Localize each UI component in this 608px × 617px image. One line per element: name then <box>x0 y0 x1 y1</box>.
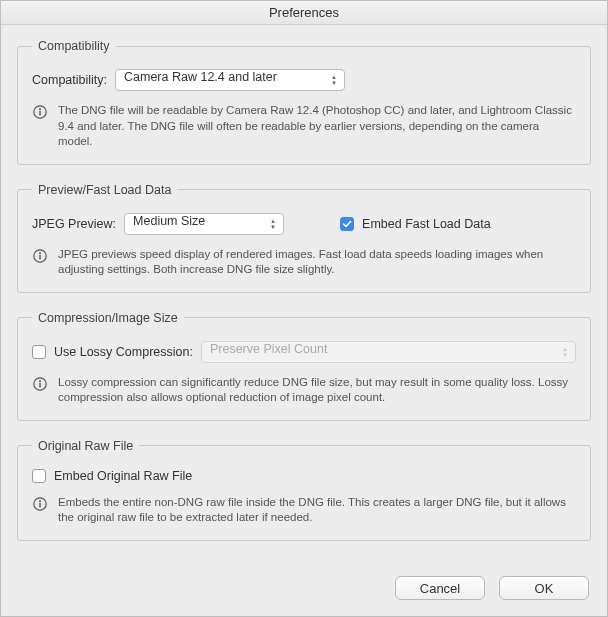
svg-rect-11 <box>39 502 40 507</box>
compatibility-select[interactable]: Camera Raw 12.4 and later <box>115 69 345 91</box>
lossy-compression-checkbox[interactable] <box>32 345 46 359</box>
lossy-compression-label: Use Lossy Compression: <box>54 345 193 359</box>
jpeg-preview-label: JPEG Preview: <box>32 217 116 231</box>
compression-group: Compression/Image Size Use Lossy Compres… <box>17 311 591 421</box>
svg-point-7 <box>39 380 41 382</box>
original-raw-info-text: Embeds the entire non-DNG raw file insid… <box>58 495 576 526</box>
embed-fast-load-checkbox[interactable] <box>340 217 354 231</box>
embed-original-checkbox[interactable] <box>32 469 46 483</box>
preview-info-text: JPEG previews speed display of rendered … <box>58 247 576 278</box>
content-area: Compatibility Compatibility: Camera Raw … <box>1 25 607 564</box>
compatibility-group: Compatibility Compatibility: Camera Raw … <box>17 39 591 165</box>
preview-group: Preview/Fast Load Data JPEG Preview: Med… <box>17 183 591 293</box>
svg-point-4 <box>39 252 41 254</box>
svg-point-1 <box>39 108 41 110</box>
embed-fast-load-label: Embed Fast Load Data <box>362 217 491 231</box>
jpeg-preview-select-value: Medium Size <box>133 214 205 228</box>
preserve-pixel-select: Preserve Pixel Count <box>201 341 576 363</box>
preserve-pixel-select-value: Preserve Pixel Count <box>210 342 327 356</box>
compression-info-text: Lossy compression can significantly redu… <box>58 375 576 406</box>
compatibility-info-text: The DNG file will be readable by Camera … <box>58 103 576 150</box>
info-icon <box>32 376 48 392</box>
info-icon <box>32 248 48 264</box>
preferences-window: Preferences Compatibility Compatibility:… <box>0 0 608 617</box>
footer: Cancel OK <box>1 564 607 616</box>
window-title: Preferences <box>269 5 339 20</box>
compatibility-legend: Compatibility <box>32 39 116 53</box>
info-icon <box>32 496 48 512</box>
embed-original-label: Embed Original Raw File <box>54 469 192 483</box>
compression-legend: Compression/Image Size <box>32 311 184 325</box>
svg-point-10 <box>39 500 41 502</box>
titlebar: Preferences <box>1 1 607 25</box>
info-icon <box>32 104 48 120</box>
svg-rect-2 <box>39 111 40 116</box>
original-raw-group: Original Raw File Embed Original Raw Fil… <box>17 439 591 541</box>
compatibility-label: Compatibility: <box>32 73 107 87</box>
preview-legend: Preview/Fast Load Data <box>32 183 177 197</box>
svg-rect-5 <box>39 254 40 258</box>
cancel-button[interactable]: Cancel <box>395 576 485 600</box>
svg-rect-8 <box>39 382 40 387</box>
original-raw-legend: Original Raw File <box>32 439 139 453</box>
ok-button[interactable]: OK <box>499 576 589 600</box>
jpeg-preview-select[interactable]: Medium Size <box>124 213 284 235</box>
compatibility-select-value: Camera Raw 12.4 and later <box>124 70 277 84</box>
